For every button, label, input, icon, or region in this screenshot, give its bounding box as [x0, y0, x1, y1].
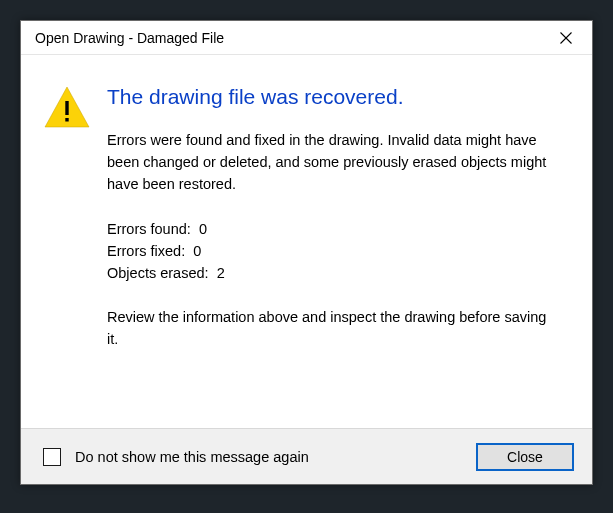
icon-column	[39, 83, 107, 418]
svg-rect-4	[65, 118, 68, 122]
dialog-advice: Review the information above and inspect…	[107, 307, 558, 351]
warning-icon	[43, 85, 91, 129]
dialog-footer: Do not show me this message again Close	[21, 428, 592, 484]
close-button-label: Close	[507, 449, 543, 465]
stat-errors-fixed: Errors fixed: 0	[107, 240, 558, 262]
dont-show-checkbox[interactable]	[43, 448, 61, 466]
close-button[interactable]: Close	[476, 443, 574, 471]
dialog-content: The drawing file was recovered. Errors w…	[21, 55, 592, 428]
stat-errors-found: Errors found: 0	[107, 218, 558, 240]
stat-objects-erased: Objects erased: 2	[107, 262, 558, 284]
window-close-button[interactable]	[544, 23, 588, 53]
dialog-description: Errors were found and fixed in the drawi…	[107, 130, 558, 195]
close-icon	[560, 32, 572, 44]
stat-value: 2	[217, 265, 225, 281]
svg-rect-3	[65, 101, 68, 115]
recovery-dialog: Open Drawing - Damaged File The drawing …	[20, 20, 593, 485]
window-title: Open Drawing - Damaged File	[35, 30, 544, 46]
stat-value: 0	[199, 221, 207, 237]
stat-label: Objects erased:	[107, 265, 209, 281]
dont-show-label: Do not show me this message again	[75, 449, 476, 465]
dialog-heading: The drawing file was recovered.	[107, 83, 558, 110]
text-column: The drawing file was recovered. Errors w…	[107, 83, 558, 418]
stats-block: Errors found: 0 Errors fixed: 0 Objects …	[107, 218, 558, 285]
titlebar: Open Drawing - Damaged File	[21, 21, 592, 55]
stat-label: Errors fixed:	[107, 243, 185, 259]
stat-label: Errors found:	[107, 221, 191, 237]
stat-value: 0	[193, 243, 201, 259]
